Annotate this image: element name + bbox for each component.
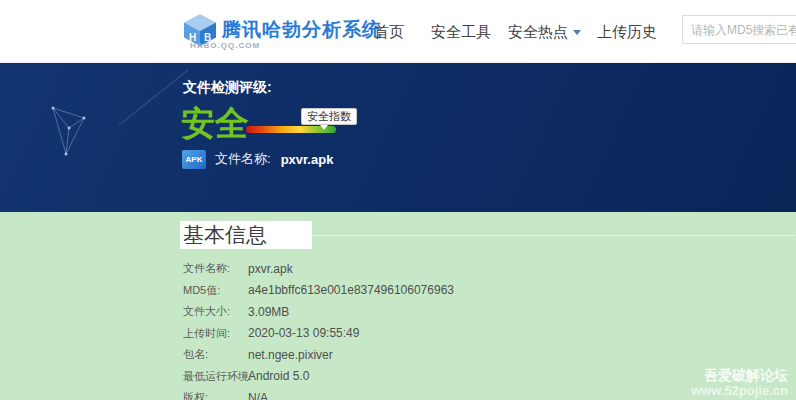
info-value: Android 5.0 <box>248 369 309 383</box>
info-label: MD5值: <box>183 283 248 298</box>
info-table: 文件名称: pxvr.apk MD5值: a4e1bbffc613e001e83… <box>183 258 454 400</box>
info-value: 2020-03-13 09:55:49 <box>248 326 359 340</box>
nav-history-label: 上传历史 <box>597 23 657 40</box>
info-label: 文件名称: <box>183 261 248 276</box>
info-row-filesize: 文件大小: 3.09MB <box>183 301 454 323</box>
info-row-filename: 文件名称: pxvr.apk <box>183 258 454 280</box>
watermark: 吾爱破解论坛 www.52pojie.cn <box>691 368 788 398</box>
watermark-line1: 吾爱破解论坛 <box>691 368 788 383</box>
chevron-down-icon <box>573 30 581 35</box>
tooltip-arrow-icon <box>320 125 328 130</box>
habo-analysis-page: H B 腾讯哈勃分析系统 HABO.QQ.COM 首页 安全工具 安全热点 上传… <box>0 0 796 400</box>
basic-info-heading: 基本信息 <box>180 221 312 249</box>
nav-item-home[interactable]: 首页 <box>374 23 404 42</box>
info-label: 文件大小: <box>183 304 248 319</box>
file-name-value: pxvr.apk <box>281 152 334 167</box>
banner-decoration <box>0 62 796 212</box>
info-row-md5: MD5值: a4e1bbffc613e001e837496106076963 <box>183 280 454 302</box>
nav-item-upload-history[interactable]: 上传历史 <box>597 23 657 42</box>
info-value: a4e1bbffc613e001e837496106076963 <box>248 283 454 297</box>
watermark-line2: www.52pojie.cn <box>691 383 788 398</box>
info-label: 上传时间: <box>183 326 248 341</box>
info-row-min-env: 最低运行环境: Android 5.0 <box>183 366 454 388</box>
top-nav-bar: H B 腾讯哈勃分析系统 HABO.QQ.COM 首页 安全工具 安全热点 上传… <box>0 0 796 63</box>
info-row-package: 包名: net.ngee.pixiver <box>183 344 454 366</box>
nav-home-label: 首页 <box>374 23 404 40</box>
apk-file-icon: APK <box>182 150 206 169</box>
info-label: 最低运行环境: <box>183 369 248 384</box>
result-banner: 文件检测评级: 安全 安全指数 APK 文件名称: pxvr.apk <box>0 62 796 212</box>
info-value: net.ngee.pixiver <box>248 348 333 362</box>
info-value: pxvr.apk <box>248 262 293 276</box>
info-row-copyright: 版权: N/A <box>183 387 454 400</box>
safety-index-tooltip: 安全指数 <box>301 108 357 125</box>
nav-hotspots-label: 安全热点 <box>508 23 568 40</box>
nav-item-security-hotspots[interactable]: 安全热点 <box>508 23 581 42</box>
info-label: 包名: <box>183 347 248 362</box>
basic-info-section: 基本信息 文件名称: pxvr.apk MD5值: a4e1bbffc613e0… <box>0 212 796 400</box>
nav-item-security-tools[interactable]: 安全工具 <box>431 23 491 42</box>
file-name-label: 文件名称: <box>215 150 271 168</box>
rating-value: 安全 <box>181 104 249 142</box>
file-name-row: APK 文件名称: pxvr.apk <box>182 148 333 170</box>
nav-tools-label: 安全工具 <box>431 23 491 40</box>
info-value: 3.09MB <box>248 305 289 319</box>
info-value: N/A <box>248 391 268 400</box>
heading-divider <box>312 235 794 236</box>
site-subtitle: HABO.QQ.COM <box>190 41 260 50</box>
info-row-upload-time: 上传时间: 2020-03-13 09:55:49 <box>183 323 454 345</box>
md5-search-input[interactable] <box>682 15 796 44</box>
rating-label: 文件检测评级: <box>183 79 272 97</box>
basic-info-heading-text: 基本信息 <box>180 221 312 249</box>
info-label: 版权: <box>183 390 248 400</box>
site-title[interactable]: 腾讯哈勃分析系统 <box>222 17 382 43</box>
